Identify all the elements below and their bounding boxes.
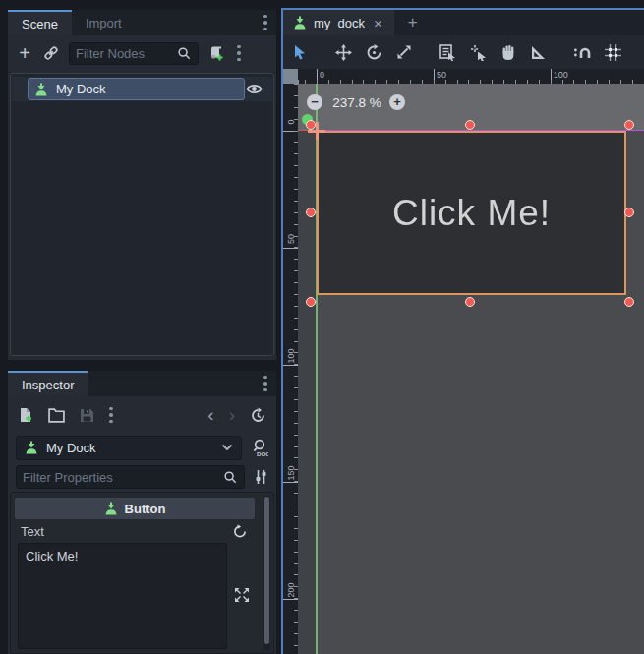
expand-icon <box>234 587 250 603</box>
tab-inspector[interactable]: Inspector <box>8 371 88 396</box>
scale-tool-button[interactable] <box>396 44 412 60</box>
svg-text:DOC: DOC <box>257 449 268 456</box>
instance-scene-button[interactable] <box>43 45 59 61</box>
tab-scene-label: Scene <box>22 17 58 31</box>
scale-icon <box>396 44 412 60</box>
kebab-menu-icon <box>263 15 267 31</box>
property-label: Text <box>21 524 44 539</box>
save-resource-button[interactable] <box>80 408 94 423</box>
scene-dock-tabbar: Scene Import <box>8 10 276 35</box>
list-select-icon <box>439 44 456 61</box>
hand-icon <box>500 44 516 61</box>
object-history-button[interactable] <box>250 407 266 424</box>
inspector-extra-menu-button[interactable] <box>109 407 113 424</box>
category-label: Button <box>125 502 166 516</box>
button-node-icon <box>34 83 48 96</box>
button-node-icon <box>25 441 38 454</box>
selection-handle[interactable] <box>465 297 475 307</box>
selection-handle[interactable] <box>624 297 634 307</box>
revert-icon <box>233 524 247 538</box>
filter-nodes-field[interactable] <box>69 42 199 65</box>
new-resource-button[interactable] <box>18 407 33 423</box>
zoom-percentage[interactable]: 237.8 % <box>328 95 385 110</box>
scene-dock-menu-button[interactable] <box>255 10 276 35</box>
selection-handle[interactable] <box>306 208 316 217</box>
selection-handle[interactable] <box>306 297 316 307</box>
filter-nodes-input[interactable] <box>76 46 177 61</box>
edited-node-selector[interactable]: My Dock <box>16 436 242 460</box>
ruler-tick <box>317 69 318 84</box>
filter-properties-field[interactable] <box>16 465 245 489</box>
plus-icon: + <box>408 13 418 32</box>
grid-snap-button[interactable] <box>605 44 621 61</box>
scene-tab-my-dock[interactable]: my_dock × <box>283 10 394 35</box>
new-scene-tab-button[interactable]: + <box>394 10 432 35</box>
tab-import[interactable]: Import <box>72 10 136 35</box>
pan-tool-button[interactable] <box>500 44 516 61</box>
canvas-2d[interactable]: Click Me! − 237.8 % + <box>298 84 644 654</box>
scene-tabs-bar: my_dock × + <box>283 10 644 35</box>
ruler-tick <box>283 482 298 483</box>
ruler-label: 50 <box>437 70 446 80</box>
new-resource-icon <box>18 407 33 423</box>
text-property-value[interactable]: Click Me! <box>18 543 227 649</box>
close-tab-icon[interactable]: × <box>372 15 384 31</box>
history-forward-button[interactable]: › <box>229 408 235 422</box>
ruler-tool-button[interactable] <box>530 45 546 60</box>
canvas-button-node[interactable]: Click Me! <box>317 131 626 295</box>
visibility-toggle[interactable] <box>246 81 263 97</box>
ruler-label: 200 <box>286 582 296 597</box>
eye-icon <box>246 81 263 97</box>
property-tools-button[interactable] <box>254 469 268 485</box>
chevron-left-icon: ‹ <box>207 408 213 422</box>
tree-row[interactable]: My Dock <box>12 77 272 101</box>
history-back-button[interactable]: ‹ <box>207 408 213 422</box>
zoom-in-button[interactable]: + <box>389 94 405 110</box>
scene-dock-panel: + <box>8 35 276 360</box>
open-docs-button[interactable]: DOC <box>251 439 268 457</box>
add-node-button[interactable]: + <box>16 42 33 65</box>
rotate-tool-button[interactable] <box>366 44 382 61</box>
ruler-tick <box>551 69 552 84</box>
ruler-label: 0 <box>286 115 296 130</box>
properties-scrollbar[interactable] <box>263 496 270 651</box>
attach-script-button[interactable] <box>208 45 225 62</box>
list-select-tool-button[interactable] <box>439 44 456 61</box>
tree-item-my-dock[interactable]: My Dock <box>28 78 245 100</box>
main-viewport: my_dock × + <box>281 8 644 654</box>
category-button-header[interactable]: Button <box>15 498 255 519</box>
ruler-label: 100 <box>286 348 296 363</box>
text-property-content: Click Me! <box>26 549 78 564</box>
expand-text-editor-button[interactable] <box>234 587 250 603</box>
save-icon <box>80 408 94 423</box>
selection-handle[interactable] <box>306 120 316 130</box>
scene-tree: My Dock <box>10 73 274 356</box>
selection-handle[interactable] <box>465 120 475 130</box>
inspector-menu-button[interactable] <box>255 371 276 396</box>
button-node-icon <box>104 502 118 515</box>
load-resource-button[interactable] <box>48 408 65 423</box>
script-add-icon <box>208 45 225 62</box>
canvas-button-label: Click Me! <box>392 193 551 234</box>
selection-handle[interactable] <box>624 120 634 130</box>
scene-toolbar-menu-button[interactable] <box>237 45 241 62</box>
history-icon <box>250 407 266 424</box>
ruler-label: 50 <box>286 231 296 246</box>
pivot-icon <box>470 44 487 61</box>
move-tool-button[interactable] <box>335 44 352 61</box>
selection-handle[interactable] <box>624 208 634 217</box>
plus-icon: + <box>19 42 30 65</box>
zoom-out-button[interactable]: − <box>307 94 322 110</box>
smart-snap-button[interactable] <box>573 44 591 60</box>
ruler-tick <box>434 69 435 84</box>
ruler-tick <box>283 131 298 132</box>
revert-property-button[interactable] <box>233 524 247 538</box>
scene-tab-label: my_dock <box>314 16 365 30</box>
filter-properties-input[interactable] <box>23 470 223 485</box>
button-node-icon <box>293 16 307 30</box>
tab-scene[interactable]: Scene <box>8 10 72 35</box>
chain-link-icon <box>43 45 59 61</box>
inspector-tabbar: Inspector <box>8 371 276 396</box>
pivot-tool-button[interactable] <box>470 44 487 61</box>
select-tool-button[interactable] <box>292 44 308 61</box>
